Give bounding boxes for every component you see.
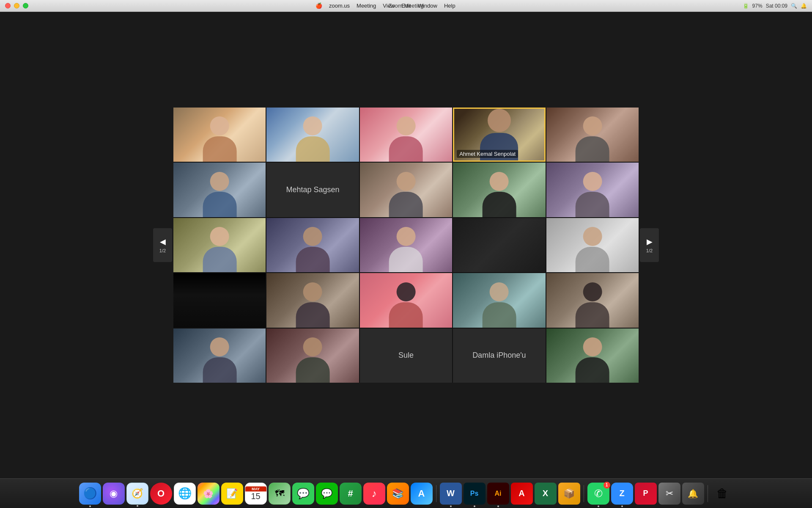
dock-numbers-icon[interactable]: # <box>340 483 362 505</box>
person-video-17 <box>276 281 350 327</box>
participant-cell-9 <box>453 163 545 217</box>
participant-cell-23: Sule <box>360 329 452 383</box>
participant-cell-5 <box>546 108 639 162</box>
dock-illustrator-icon[interactable]: Ai <box>487 483 509 505</box>
person-video-21 <box>183 337 257 383</box>
dock-separator-2 <box>584 485 584 502</box>
participant-cell-17 <box>266 273 359 327</box>
dock-itunes-icon[interactable]: ♪ <box>363 483 385 505</box>
participant-cell-10 <box>546 163 639 217</box>
menu-bar: 🍎 zoom.us Meeting View Edit Window Help <box>315 3 455 9</box>
window-title: Zoom Meeting <box>388 3 423 9</box>
minimize-button[interactable] <box>14 3 19 8</box>
dock-maps-icon[interactable]: 🗺 <box>269 483 291 505</box>
dock-books-icon[interactable]: 📚 <box>387 483 409 505</box>
participant-name-only-23: Sule <box>398 351 414 360</box>
dock-siri-icon[interactable]: ◉ <box>103 483 125 505</box>
person-video-3 <box>369 116 443 162</box>
speaker-name-label: Ahmet Kemal Senpolat <box>457 150 518 158</box>
dock-whatsapp-icon[interactable]: ✆ 1 <box>587 483 609 505</box>
dock-opera-icon[interactable]: O <box>150 483 172 505</box>
video-grid: Ahmet Kemal Senpolat Mehtap Sagsen <box>173 108 639 383</box>
dock-chrome-icon[interactable]: 🌐 <box>174 483 196 505</box>
titlebar: 🍎 zoom.us Meeting View Edit Window Help … <box>0 0 812 12</box>
left-page-indicator: 1/2 <box>159 248 166 253</box>
dock-wechat-icon[interactable]: 💬 <box>316 483 338 505</box>
dock-zoom-icon[interactable]: Z <box>611 483 633 505</box>
dock-calendar-icon[interactable]: MAY 15 <box>245 483 267 505</box>
participant-cell-11 <box>173 218 266 272</box>
person-video-15 <box>555 226 629 272</box>
person-video-13 <box>369 226 443 272</box>
dock-acrobat-icon[interactable]: A <box>511 483 533 505</box>
right-arrow-icon: ▶ <box>647 237 653 246</box>
dock-stickies-icon[interactable]: 📝 <box>221 483 243 505</box>
dock-trash-icon[interactable]: 🗑 <box>711 483 733 505</box>
participant-cell-16 <box>173 273 266 327</box>
main-content: ◀ 1/2 ▶ 1/2 <box>0 12 812 478</box>
battery-icon: 🔋 <box>743 3 749 9</box>
close-button[interactable] <box>5 3 11 8</box>
notification-icon[interactable]: 🔔 <box>801 3 807 9</box>
person-video-2 <box>276 116 350 162</box>
dock-word-icon[interactable]: W <box>440 483 462 505</box>
right-page-indicator: 1/2 <box>646 248 653 253</box>
dock-safari-icon[interactable]: 🧭 <box>126 483 148 505</box>
person-video-5 <box>555 116 629 162</box>
participant-cell-13 <box>360 218 452 272</box>
participant-cell-15 <box>546 218 639 272</box>
person-video-9 <box>462 171 536 217</box>
participant-cell-18 <box>360 273 452 327</box>
person-video-19 <box>462 281 536 327</box>
participant-cell-2 <box>266 108 359 162</box>
dock-appstore-icon[interactable]: A <box>411 483 433 505</box>
person-video-20 <box>555 281 629 327</box>
person-video-18 <box>369 281 443 327</box>
dock-archive-icon[interactable]: 📦 <box>558 483 580 505</box>
dock-scissors-icon[interactable]: ✂ <box>658 483 680 505</box>
person-video-8 <box>369 171 443 217</box>
dock-photos-icon[interactable]: 🌸 <box>198 483 219 505</box>
menu-meeting[interactable]: Meeting <box>357 3 376 9</box>
dock-photoshop-icon[interactable]: Ps <box>464 483 486 505</box>
participant-cell-7: Mehtap Sagsen <box>266 163 359 217</box>
app-name[interactable]: zoom.us <box>329 3 350 9</box>
maximize-button[interactable] <box>23 3 28 8</box>
participant-cell-4: Ahmet Kemal Senpolat <box>453 108 545 162</box>
dock-separator-3 <box>708 485 708 502</box>
person-video-6 <box>183 171 257 217</box>
dock-messages-icon[interactable]: 💬 <box>292 483 314 505</box>
person-video-10 <box>555 171 629 217</box>
system-status: 🔋 97% Sat 00:09 🔍 🔔 <box>743 3 807 9</box>
participant-cell-21 <box>173 329 266 383</box>
participant-cell-6 <box>173 163 266 217</box>
person-video-1 <box>183 116 257 162</box>
participant-name-only-7: Mehtap Sagsen <box>286 185 340 194</box>
participant-cell-1 <box>173 108 266 162</box>
left-arrow-icon: ◀ <box>160 237 166 246</box>
titlebar-controls <box>5 3 28 8</box>
search-icon[interactable]: 🔍 <box>791 3 797 9</box>
prev-page-button[interactable]: ◀ 1/2 <box>153 228 172 262</box>
dock-pdf-icon[interactable]: P <box>635 483 657 505</box>
dock-finder-icon[interactable]: 🔵 <box>79 483 101 505</box>
next-page-button[interactable]: ▶ 1/2 <box>640 228 659 262</box>
participant-cell-20 <box>546 273 639 327</box>
person-video-12 <box>276 226 350 272</box>
battery-level: 97% <box>752 3 763 9</box>
participant-cell-3 <box>360 108 452 162</box>
clock: Sat 00:09 <box>766 3 787 9</box>
participant-cell-14 <box>453 218 545 272</box>
dock: 🔵 ◉ 🧭 O 🌐 🌸 📝 MAY 15 🗺 💬 💬 # ♪ 📚 A <box>0 478 812 508</box>
participant-cell-25 <box>546 329 639 383</box>
participant-cell-19 <box>453 273 545 327</box>
apple-menu[interactable]: 🍎 <box>315 3 322 9</box>
participant-cell-8 <box>360 163 452 217</box>
dock-excel-icon[interactable]: X <box>535 483 557 505</box>
participant-name-only-24: Damla iPhone'u <box>472 351 526 360</box>
menu-help[interactable]: Help <box>444 3 455 9</box>
dock-notification-icon[interactable]: 🔔 <box>682 483 704 505</box>
person-video-25 <box>555 337 629 383</box>
dock-separator-1 <box>436 485 436 502</box>
person-video-22 <box>276 337 350 383</box>
